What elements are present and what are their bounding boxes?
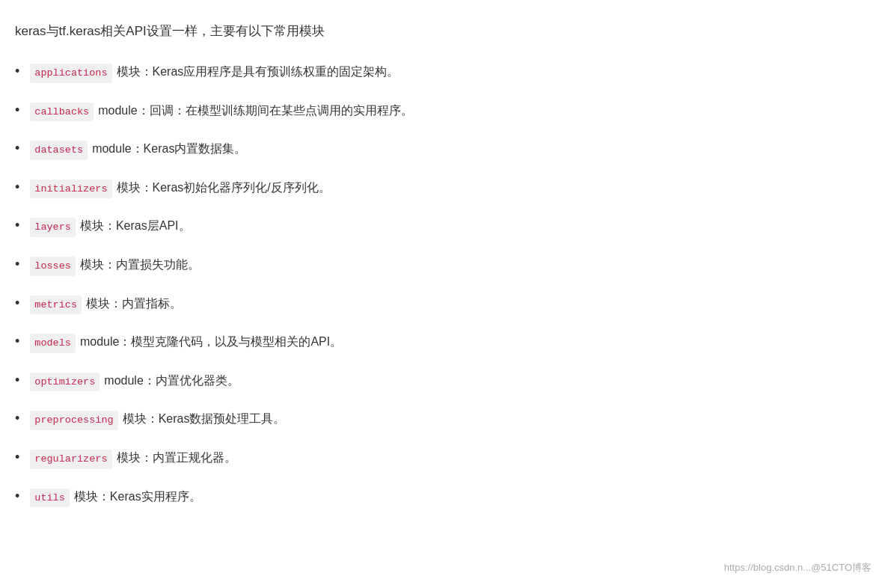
- module-code-tag: metrics: [30, 295, 82, 315]
- module-code-tag: preprocessing: [30, 411, 117, 430]
- module-description: 模块：Keras应用程序是具有预训练权重的固定架构。: [117, 65, 399, 78]
- bullet-icon: •: [15, 370, 19, 391]
- module-code-tag: optimizers: [30, 373, 99, 392]
- list-item: •initializers模块：Keras初始化器序列化/反序列化。: [15, 177, 870, 199]
- bullet-icon: •: [15, 408, 19, 429]
- list-item: •utils模块：Keras实用程序。: [15, 486, 870, 508]
- module-description: module：Keras内置数据集。: [92, 142, 246, 155]
- list-item: •regularizers模块：内置正规化器。: [15, 447, 870, 469]
- module-code-tag: callbacks: [30, 102, 94, 122]
- list-item: •callbacksmodule：回调：在模型训练期间在某些点调用的实用程序。: [15, 99, 870, 122]
- list-item: •modelsmodule：模型克隆代码，以及与模型相关的API。: [15, 331, 870, 353]
- bullet-icon: •: [15, 293, 19, 314]
- module-description: 模块：Keras数据预处理工具。: [123, 412, 286, 425]
- list-item: •applications模块：Keras应用程序是具有预训练权重的固定架构。: [15, 61, 870, 83]
- watermark: https://blog.csdn.n...@51CTO博客: [724, 561, 872, 575]
- list-item: •datasetsmodule：Keras内置数据集。: [15, 138, 870, 160]
- module-code-tag: utils: [30, 489, 70, 508]
- module-description: 模块：内置正规化器。: [117, 451, 236, 464]
- list-item: •layers模块：Keras层API。: [15, 215, 870, 237]
- module-code-tag: layers: [30, 218, 76, 237]
- bullet-icon: •: [15, 177, 19, 198]
- module-description: 模块：Keras实用程序。: [74, 490, 201, 503]
- module-description: 模块：Keras初始化器序列化/反序列化。: [117, 181, 331, 194]
- modules-list: •applications模块：Keras应用程序是具有预训练权重的固定架构。•…: [15, 61, 870, 507]
- list-item: •losses模块：内置损失功能。: [15, 254, 870, 276]
- module-code-tag: applications: [30, 64, 111, 83]
- list-item: •optimizersmodule：内置优化器类。: [15, 370, 870, 392]
- bullet-icon: •: [15, 99, 19, 121]
- module-description: 模块：Keras层API。: [80, 219, 191, 232]
- bullet-icon: •: [15, 447, 19, 468]
- bullet-icon: •: [15, 61, 19, 82]
- module-description: module：内置优化器类。: [104, 374, 239, 387]
- module-description: module：模型克隆代码，以及与模型相关的API。: [80, 335, 342, 348]
- bullet-icon: •: [15, 215, 19, 236]
- module-description: 模块：内置指标。: [86, 297, 182, 310]
- intro-text: keras与tf.keras相关API设置一样，主要有以下常用模块: [15, 22, 870, 40]
- module-code-tag: regularizers: [30, 450, 111, 469]
- module-code-tag: losses: [30, 257, 76, 276]
- module-code-tag: datasets: [30, 141, 88, 160]
- module-description: module：回调：在模型训练期间在某些点调用的实用程序。: [98, 104, 412, 117]
- list-item: •metrics模块：内置指标。: [15, 293, 870, 315]
- module-code-tag: models: [30, 334, 76, 353]
- list-item: •preprocessing模块：Keras数据预处理工具。: [15, 408, 870, 430]
- bullet-icon: •: [15, 486, 19, 507]
- bullet-icon: •: [15, 254, 19, 275]
- module-description: 模块：内置损失功能。: [80, 258, 200, 271]
- bullet-icon: •: [15, 331, 19, 352]
- bullet-icon: •: [15, 138, 19, 159]
- module-code-tag: initializers: [30, 180, 111, 199]
